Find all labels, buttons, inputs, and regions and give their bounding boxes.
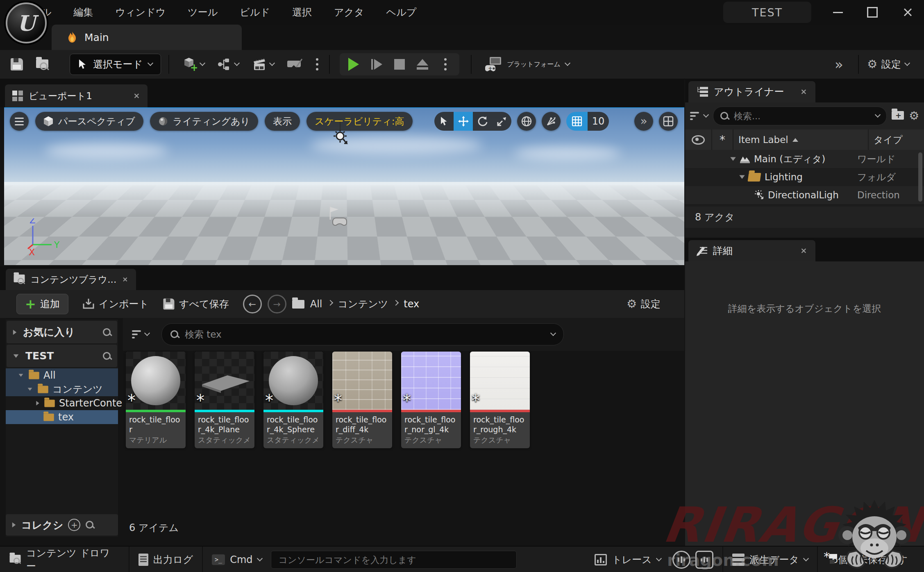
tree-item-all[interactable]: All bbox=[6, 368, 118, 382]
viewport-tab[interactable]: ビューポート1 bbox=[5, 84, 148, 107]
tree-item-content[interactable]: コンテンツ bbox=[6, 382, 118, 396]
profiler-icon[interactable] bbox=[695, 551, 713, 569]
outliner-scrollbar[interactable] bbox=[918, 152, 922, 202]
asset-card-material[interactable]: * rock_tile_floor マテリアル bbox=[126, 352, 186, 448]
save-all-button[interactable]: すべて保存 bbox=[163, 297, 229, 311]
xr-tools-button[interactable] bbox=[287, 58, 303, 70]
pin-column-header[interactable]: * bbox=[712, 129, 733, 150]
window-close-button[interactable] bbox=[898, 3, 917, 22]
chevron-down-icon[interactable] bbox=[875, 112, 881, 118]
forward-button[interactable]: → bbox=[268, 295, 286, 313]
menu-tools[interactable]: ツール bbox=[177, 0, 229, 25]
outliner-tab[interactable]: アウトライナー bbox=[688, 81, 815, 102]
rotate-tool-button[interactable] bbox=[473, 112, 492, 131]
cmd-selector-button[interactable]: >_ Cmd bbox=[203, 547, 270, 572]
asset-card-diffuse-texture[interactable]: * rock_tile_floor_diff_4k テクスチャ bbox=[332, 352, 392, 448]
stop-button[interactable] bbox=[388, 55, 411, 74]
output-log-button[interactable]: 出力ログ bbox=[129, 547, 202, 572]
world-coordinate-button[interactable] bbox=[517, 112, 536, 131]
content-drawer-button[interactable]: コンテンツ ドロワー bbox=[0, 547, 129, 572]
favorites-header[interactable]: お気に入り bbox=[7, 321, 117, 343]
console-input[interactable] bbox=[278, 554, 510, 565]
expand-arrow-icon[interactable] bbox=[739, 175, 745, 179]
chevron-down-icon[interactable] bbox=[144, 330, 150, 336]
snap-settings-button[interactable] bbox=[542, 112, 561, 131]
content-browser-tab[interactable]: コンテンツブラウ... bbox=[6, 269, 136, 290]
unreal-logo[interactable]: U bbox=[6, 2, 47, 43]
project-header[interactable]: TEST bbox=[7, 345, 117, 367]
close-icon[interactable] bbox=[801, 248, 806, 254]
import-button[interactable]: インポート bbox=[82, 297, 149, 311]
asset-card-normal-texture[interactable]: * rock_tile_floor_nor_gl_4k テクスチャ bbox=[401, 352, 461, 448]
asset-card-sphere-mesh[interactable]: * rock_tile_floor_4k_Sphere スタティックメ... bbox=[263, 352, 323, 448]
filter-icon[interactable] bbox=[132, 330, 141, 338]
menu-help[interactable]: ヘルプ bbox=[375, 0, 428, 25]
window-maximize-button[interactable] bbox=[863, 3, 882, 22]
back-button[interactable]: ← bbox=[243, 295, 262, 313]
tree-item-tex[interactable]: tex bbox=[6, 410, 118, 424]
move-tool-button[interactable] bbox=[454, 112, 473, 131]
outliner-search-input[interactable] bbox=[733, 111, 872, 122]
outliner-search[interactable] bbox=[713, 107, 887, 125]
visibility-column-header[interactable] bbox=[685, 129, 712, 150]
editor-mode-select-button[interactable]: 選択モード bbox=[70, 54, 161, 75]
asset-search-input[interactable] bbox=[184, 329, 546, 340]
chevron-down-icon[interactable] bbox=[550, 330, 556, 336]
viewport-overflow-button[interactable]: » bbox=[634, 112, 653, 131]
close-icon[interactable] bbox=[134, 93, 139, 99]
insights-icon[interactable] bbox=[672, 551, 690, 569]
breadcrumb-content[interactable]: コンテンツ bbox=[338, 297, 388, 311]
browse-content-button[interactable] bbox=[36, 59, 48, 70]
eject-button[interactable] bbox=[411, 55, 434, 74]
menu-actor[interactable]: アクタ bbox=[323, 0, 375, 25]
add-folder-icon[interactable]: + bbox=[892, 111, 904, 121]
viewport-lit-button[interactable]: ライティングあり bbox=[150, 112, 258, 131]
viewport-scalability-button[interactable]: スケーラビリティ:高 bbox=[306, 112, 413, 131]
add-actor-button[interactable]: + bbox=[183, 57, 204, 72]
gear-icon[interactable]: ⚙ bbox=[909, 110, 919, 122]
frame-skip-button[interactable] bbox=[365, 55, 388, 74]
breadcrumb-all[interactable]: All bbox=[310, 298, 322, 310]
play-options-button[interactable] bbox=[434, 55, 457, 74]
menu-window[interactable]: ウィンドウ bbox=[104, 0, 177, 25]
outliner-row-world[interactable]: Main (エディタ) ワールド bbox=[685, 150, 924, 168]
viewport-options-button[interactable] bbox=[10, 112, 29, 131]
window-minimize-button[interactable] bbox=[829, 3, 847, 22]
grid-snap-toggle-button[interactable] bbox=[566, 112, 588, 131]
menu-select[interactable]: 選択 bbox=[281, 0, 323, 25]
asset-search[interactable] bbox=[161, 323, 564, 345]
search-icon[interactable] bbox=[102, 352, 111, 361]
item-label-column-header[interactable]: Item Label bbox=[733, 129, 869, 150]
derived-data-button[interactable]: 派生データ bbox=[723, 547, 817, 572]
grid-snap-value-button[interactable]: 10 bbox=[588, 112, 609, 131]
viewport-perspective-button[interactable]: パースペクティブ bbox=[35, 112, 143, 131]
revision-control-button[interactable]: * 6個が未保存です bbox=[818, 547, 924, 572]
platforms-button[interactable]: + プラットフォーム bbox=[484, 56, 570, 73]
search-icon[interactable] bbox=[102, 328, 111, 337]
quad-view-button[interactable] bbox=[659, 112, 678, 131]
search-icon[interactable] bbox=[85, 520, 94, 529]
add-collection-icon[interactable]: + bbox=[68, 519, 80, 531]
play-button[interactable] bbox=[342, 55, 365, 74]
viewport-show-button[interactable]: 表示 bbox=[265, 112, 300, 131]
toolbar-expand-button[interactable]: » bbox=[835, 57, 843, 71]
console-command-field[interactable] bbox=[271, 551, 517, 569]
close-icon[interactable] bbox=[123, 277, 128, 282]
save-current-level-button[interactable] bbox=[11, 58, 23, 70]
asset-card-roughness-texture[interactable]: * rock_tile_floor_rough_4k テクスチャ bbox=[470, 352, 530, 448]
level-viewport[interactable]: Z Y X パースペクティブ ライティングあり 表示 スケーラビリティ:高 bbox=[4, 107, 684, 265]
menu-edit[interactable]: 編集 bbox=[62, 0, 104, 25]
type-column-header[interactable]: タイプ bbox=[869, 129, 924, 150]
chevron-down-icon[interactable] bbox=[703, 112, 709, 118]
editor-settings-button[interactable]: ⚙ 設定 bbox=[867, 58, 909, 71]
level-tab-main[interactable]: Main bbox=[52, 25, 242, 50]
breadcrumb-tex[interactable]: tex bbox=[404, 298, 419, 310]
trace-button[interactable]: トレース bbox=[586, 547, 722, 572]
asset-card-plane-mesh[interactable]: * rock_tile_floor_4k_Plane スタティックメ... bbox=[195, 352, 254, 448]
blueprints-button[interactable] bbox=[218, 58, 239, 71]
toolbar-overflow-dots[interactable] bbox=[316, 58, 318, 70]
close-icon[interactable] bbox=[801, 89, 806, 95]
outliner-row-lighting-folder[interactable]: Lighting フォルダ bbox=[685, 168, 924, 186]
cinematics-button[interactable] bbox=[252, 57, 274, 71]
player-start-gizmo[interactable] bbox=[325, 206, 351, 227]
